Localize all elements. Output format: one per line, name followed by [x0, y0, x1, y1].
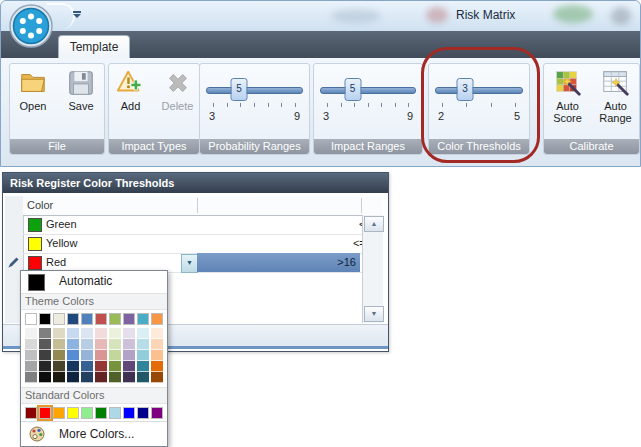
standard-color-swatch[interactable] — [109, 407, 121, 419]
standard-color-swatch[interactable] — [137, 407, 149, 419]
auto-range-button[interactable]: Auto Range — [594, 68, 638, 124]
theme-variant-swatch[interactable] — [151, 339, 163, 350]
theme-variant-swatch[interactable] — [67, 372, 79, 383]
standard-color-swatch[interactable] — [81, 407, 93, 419]
standard-color-swatch[interactable] — [67, 407, 79, 419]
selected-value-cell[interactable]: >16 — [197, 253, 360, 272]
theme-variant-swatch[interactable] — [151, 372, 163, 383]
theme-variant-swatch[interactable] — [53, 328, 65, 339]
scroll-down-button[interactable]: ▼ — [364, 306, 384, 322]
standard-color-swatch[interactable] — [151, 407, 163, 419]
theme-variant-swatch[interactable] — [123, 361, 135, 372]
theme-variant-swatch[interactable] — [109, 328, 121, 339]
theme-color-swatch[interactable] — [25, 313, 37, 325]
standard-color-swatch[interactable] — [39, 407, 51, 419]
theme-variant-swatch[interactable] — [67, 339, 79, 350]
theme-color-swatch[interactable] — [151, 313, 163, 325]
color-dropdown-button[interactable]: ▼ — [181, 254, 198, 273]
theme-color-swatch[interactable] — [95, 313, 107, 325]
theme-variant-swatch[interactable] — [25, 361, 37, 372]
theme-variant-swatch[interactable] — [151, 328, 163, 339]
theme-variant-swatch[interactable] — [109, 361, 121, 372]
open-button[interactable]: Open — [11, 68, 55, 112]
theme-variant-swatch[interactable] — [81, 350, 93, 361]
standard-color-swatch[interactable] — [123, 407, 135, 419]
theme-variant-swatch[interactable] — [95, 339, 107, 350]
theme-color-swatch[interactable] — [53, 313, 65, 325]
standard-color-swatch[interactable] — [95, 407, 107, 419]
color-picker-popup: Automatic Theme Colors Standard Colors M… — [20, 270, 168, 447]
theme-color-swatch[interactable] — [109, 313, 121, 325]
theme-variant-swatch[interactable] — [123, 339, 135, 350]
theme-variant-swatch[interactable] — [151, 350, 163, 361]
impact-slider[interactable]: 5 — [320, 78, 416, 100]
table-row-yellow[interactable]: Yellow <=16 — [23, 234, 362, 254]
auto-score-button[interactable]: Auto Score — [546, 68, 590, 124]
theme-variant-swatch[interactable] — [81, 339, 93, 350]
add-impact-type-button[interactable]: Add — [109, 68, 152, 112]
theme-variant-swatch[interactable] — [123, 350, 135, 361]
theme-variant-swatch[interactable] — [81, 361, 93, 372]
theme-variant-swatch[interactable] — [39, 328, 51, 339]
theme-variant-swatch[interactable] — [123, 328, 135, 339]
tab-template[interactable]: Template — [58, 35, 130, 59]
probability-slider-thumb[interactable]: 5 — [230, 78, 247, 101]
titlebar-glass-artifact — [611, 7, 631, 25]
theme-variant-swatch[interactable] — [53, 350, 65, 361]
theme-variant-swatch[interactable] — [25, 328, 37, 339]
theme-variant-swatch[interactable] — [53, 372, 65, 383]
theme-variant-swatch[interactable] — [25, 350, 37, 361]
scroll-up-button[interactable]: ▲ — [364, 216, 384, 232]
theme-variant-swatch[interactable] — [151, 361, 163, 372]
theme-variant-swatch[interactable] — [39, 350, 51, 361]
impact-slider-thumb[interactable]: 5 — [344, 78, 361, 101]
title-bar[interactable]: Risk Matrix — [1, 1, 640, 31]
theme-variant-swatch[interactable] — [39, 339, 51, 350]
theme-variant-swatch[interactable] — [81, 372, 93, 383]
theme-variant-swatch[interactable] — [39, 361, 51, 372]
probability-slider[interactable]: 5 — [206, 78, 303, 100]
more-colors-item[interactable]: More Colors... — [21, 421, 167, 446]
color-thresholds-slider[interactable]: 3 — [435, 78, 523, 100]
theme-variant-swatch[interactable] — [81, 328, 93, 339]
theme-variant-swatch[interactable] — [109, 372, 121, 383]
theme-variant-swatch[interactable] — [39, 372, 51, 383]
theme-variant-swatch[interactable] — [95, 361, 107, 372]
theme-variant-swatch[interactable] — [53, 339, 65, 350]
quick-access-dropdown-button[interactable] — [71, 10, 83, 22]
theme-variant-swatch[interactable] — [123, 372, 135, 383]
theme-color-swatch[interactable] — [39, 313, 51, 325]
theme-variant-swatch[interactable] — [109, 339, 121, 350]
theme-color-swatch[interactable] — [123, 313, 135, 325]
theme-variant-swatch[interactable] — [25, 372, 37, 383]
color-name: Red — [46, 256, 66, 268]
theme-variant-swatch[interactable] — [95, 372, 107, 383]
vertical-scrollbar[interactable]: ▲ ▼ — [362, 215, 383, 323]
standard-color-swatch[interactable] — [53, 407, 65, 419]
theme-variant-swatch[interactable] — [109, 350, 121, 361]
theme-variant-swatch[interactable] — [137, 339, 149, 350]
save-button[interactable]: Save — [59, 68, 103, 112]
color-thresholds-slider-thumb[interactable]: 3 — [456, 78, 473, 101]
delete-impact-type-button[interactable]: Delete — [156, 68, 199, 112]
theme-color-swatch[interactable] — [81, 313, 93, 325]
theme-color-swatch[interactable] — [137, 313, 149, 325]
theme-variant-swatch[interactable] — [53, 361, 65, 372]
theme-variant-swatch[interactable] — [95, 350, 107, 361]
theme-variant-swatch[interactable] — [95, 328, 107, 339]
automatic-color-item[interactable]: Automatic — [21, 271, 167, 293]
theme-variant-swatch[interactable] — [25, 339, 37, 350]
application-menu-button[interactable] — [9, 4, 53, 48]
theme-color-swatch[interactable] — [67, 313, 79, 325]
theme-variant-swatch[interactable] — [137, 361, 149, 372]
theme-variant-swatch[interactable] — [67, 328, 79, 339]
table-row-green[interactable]: Green <=8 — [23, 215, 362, 235]
theme-variant-swatch[interactable] — [137, 350, 149, 361]
theme-variant-swatch[interactable] — [137, 372, 149, 383]
standard-color-swatch[interactable] — [25, 407, 37, 419]
theme-variant-swatch[interactable] — [137, 328, 149, 339]
theme-variant-swatch[interactable] — [67, 350, 79, 361]
more-colors-label: More Colors... — [59, 427, 134, 441]
theme-variant-swatch[interactable] — [67, 361, 79, 372]
threshold-value: >16 — [337, 256, 356, 268]
